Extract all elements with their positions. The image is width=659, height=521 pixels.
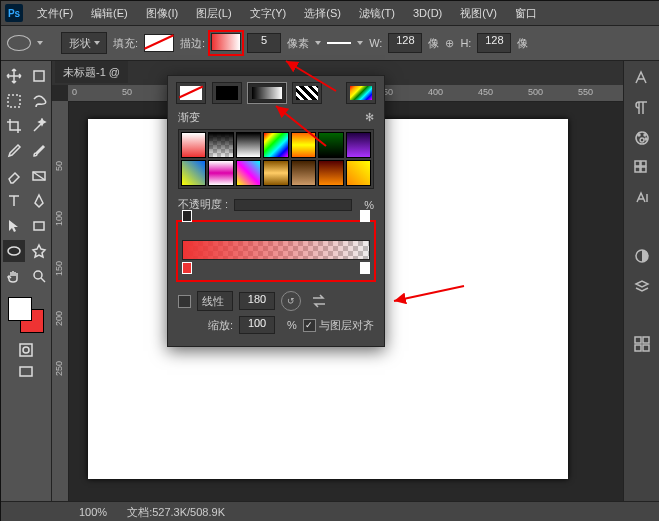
opacity-slider[interactable] — [234, 199, 352, 211]
stroke-style-chevron-icon[interactable] — [357, 41, 363, 45]
ellipse-tool-icon[interactable] — [7, 35, 31, 51]
align-checkbox[interactable]: 与图层对齐 — [303, 318, 374, 333]
fill-swatch[interactable] — [144, 34, 174, 52]
fill-gradient-button[interactable] — [248, 83, 286, 103]
gradient-preset[interactable] — [236, 132, 261, 158]
eraser-tool[interactable] — [3, 165, 25, 187]
link-wh-icon[interactable]: ⊕ — [445, 37, 454, 50]
zoom-tool[interactable] — [28, 265, 50, 287]
width-input[interactable]: 128 — [388, 33, 422, 53]
menu-file[interactable]: 文件(F) — [29, 4, 81, 23]
ruler-tick: 450 — [478, 87, 493, 97]
annotation-highlight-stroke — [208, 30, 244, 56]
glyphs-panel-icon[interactable] — [630, 187, 654, 209]
ruler-tick: 550 — [578, 87, 593, 97]
stroke-swatch[interactable] — [211, 33, 241, 51]
screenmode-toggle[interactable] — [15, 361, 37, 383]
menu-image[interactable]: 图像(I) — [138, 4, 186, 23]
paragraph-panel-icon[interactable] — [630, 97, 654, 119]
foreground-color-swatch[interactable] — [8, 297, 32, 321]
fill-solid-button[interactable] — [212, 82, 242, 104]
zoom-level[interactable]: 100% — [79, 506, 107, 518]
gradient-preset[interactable] — [346, 132, 371, 158]
gradient-preset[interactable] — [318, 132, 343, 158]
brush-tool[interactable] — [28, 140, 50, 162]
gradient-preset[interactable] — [208, 132, 233, 158]
gradient-preset[interactable] — [236, 160, 261, 186]
swatches-panel-icon[interactable] — [630, 157, 654, 179]
scale-input[interactable]: 100 — [239, 316, 275, 334]
fill-pattern-button[interactable] — [292, 82, 322, 104]
px-label-2: 像 — [517, 36, 528, 51]
color-stop[interactable] — [182, 262, 192, 274]
angle-input[interactable]: 180 — [239, 292, 275, 310]
gradient-editor — [176, 220, 376, 282]
fill-none-button[interactable] — [176, 82, 206, 104]
menu-3d[interactable]: 3D(D) — [405, 5, 450, 21]
angle-dial[interactable]: ↺ — [281, 291, 301, 311]
gradient-preset[interactable] — [263, 132, 288, 158]
svg-rect-18 — [643, 337, 649, 343]
marquee-tool[interactable] — [3, 90, 25, 112]
ruler-vertical[interactable]: 50 100 150 200 250 — [52, 101, 69, 502]
shape-mode-dropdown[interactable]: 形状 — [61, 32, 107, 54]
type-tool[interactable] — [3, 190, 25, 212]
gradient-preset[interactable] — [263, 160, 288, 186]
gradient-preset[interactable] — [181, 132, 206, 158]
color-picker-button[interactable] — [346, 82, 376, 104]
stroke-width-chevron-icon[interactable] — [315, 41, 321, 45]
layers-panel-icon[interactable] — [630, 275, 654, 297]
ruler-tick: 50 — [122, 87, 132, 97]
gradient-style-dropdown[interactable]: 线性 — [197, 291, 233, 311]
opacity-stop[interactable] — [182, 210, 192, 222]
color-panel-icon[interactable] — [630, 127, 654, 149]
lasso-tool[interactable] — [28, 90, 50, 112]
menubar: Ps 文件(F) 编辑(E) 图像(I) 图层(L) 文字(Y) 选择(S) 滤… — [1, 1, 659, 26]
gradient-preset[interactable] — [181, 160, 206, 186]
menu-window[interactable]: 窗口 — [507, 4, 545, 23]
hand-tool[interactable] — [3, 265, 25, 287]
quickmask-toggle[interactable] — [15, 339, 37, 361]
gradient-preset[interactable] — [291, 132, 316, 158]
gradient-bar[interactable] — [182, 240, 370, 260]
reverse-gradient-icon[interactable] — [307, 290, 331, 312]
properties-panel-icon[interactable] — [630, 333, 654, 355]
opacity-stop[interactable] — [360, 210, 370, 222]
rectangle-tool[interactable] — [28, 215, 50, 237]
menu-view[interactable]: 视图(V) — [452, 4, 505, 23]
menu-type[interactable]: 文字(Y) — [242, 4, 295, 23]
height-input[interactable]: 128 — [477, 33, 511, 53]
stroke-label: 描边: — [180, 36, 205, 51]
gear-icon[interactable]: ✻ — [365, 111, 374, 124]
magic-wand-tool[interactable] — [28, 115, 50, 137]
menu-filter[interactable]: 滤镜(T) — [351, 4, 403, 23]
color-swatches[interactable] — [8, 297, 44, 333]
color-stop[interactable] — [360, 262, 370, 274]
move-tool[interactable] — [3, 65, 25, 87]
eyedropper-tool[interactable] — [3, 140, 25, 162]
gradient-preset[interactable] — [208, 160, 233, 186]
stroke-style-preview[interactable] — [327, 42, 351, 44]
fill-picker-panel: 渐变 ✻ 不透明度 : % — [167, 75, 385, 347]
path-select-tool[interactable] — [3, 215, 25, 237]
ruler-tick: 200 — [54, 311, 64, 326]
tool-preset-chevron-icon[interactable] — [37, 41, 43, 45]
menu-select[interactable]: 选择(S) — [296, 4, 349, 23]
pen-tool[interactable] — [28, 190, 50, 212]
artboard-tool[interactable] — [28, 65, 50, 87]
crop-tool[interactable] — [3, 115, 25, 137]
style-checkbox-wrap[interactable] — [178, 295, 191, 308]
svg-rect-14 — [635, 167, 640, 172]
right-panel-dock — [623, 61, 659, 502]
menu-edit[interactable]: 编辑(E) — [83, 4, 136, 23]
character-panel-icon[interactable] — [630, 67, 654, 89]
menu-layer[interactable]: 图层(L) — [188, 4, 239, 23]
gradient-preset[interactable] — [318, 160, 343, 186]
gradient-preset[interactable] — [291, 160, 316, 186]
ellipse-tool[interactable] — [3, 240, 25, 262]
custom-shape-tool[interactable] — [28, 240, 50, 262]
gradient-preset[interactable] — [346, 160, 371, 186]
adjustments-panel-icon[interactable] — [630, 245, 654, 267]
stroke-width-input[interactable]: 5 — [247, 33, 281, 53]
gradient-tool[interactable] — [28, 165, 50, 187]
